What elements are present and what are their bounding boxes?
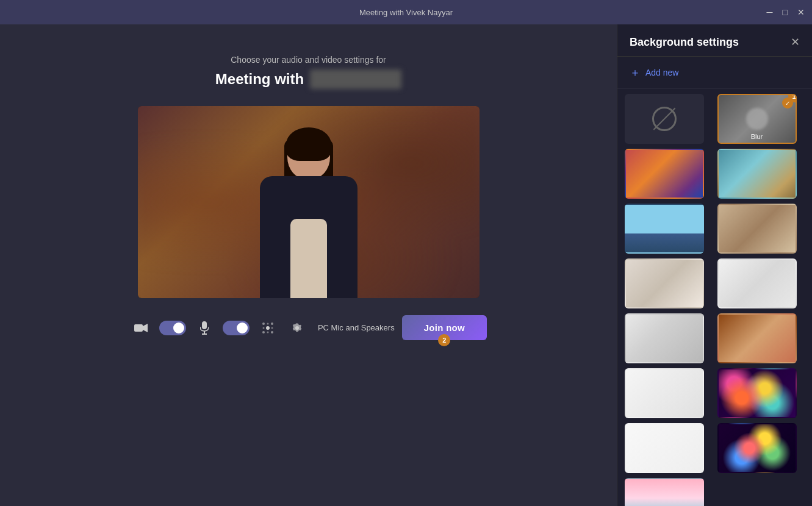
close-button[interactable]: ✕ (797, 8, 805, 16)
svg-point-8 (262, 331, 265, 333)
svg-point-5 (266, 326, 270, 330)
settings-icon[interactable] (286, 317, 308, 339)
person-figure (242, 121, 376, 298)
background-interior-1[interactable] (717, 204, 797, 254)
center-area: Choose your audio and video settings for… (0, 24, 617, 506)
mic-toggle[interactable] (223, 321, 250, 335)
svg-marker-1 (143, 324, 148, 332)
person-hair (286, 127, 331, 161)
background-lounge[interactable] (717, 313, 797, 363)
mic-toggle-knob (237, 322, 248, 333)
meeting-with-label: Meeting with (215, 71, 304, 88)
window-title: Meeting with Vivek Nayyar (359, 8, 453, 17)
svg-point-10 (262, 327, 264, 329)
blur-label: Blur (751, 133, 763, 140)
join-badge: 2 (438, 334, 450, 346)
add-icon: ＋ (630, 65, 641, 80)
panel-title: Background settings (630, 36, 739, 49)
panel-close-button[interactable]: ✕ (791, 35, 800, 49)
add-new-button[interactable]: ＋ Add new (617, 57, 812, 89)
add-new-label: Add new (645, 68, 678, 77)
background-none[interactable] (625, 94, 704, 144)
effects-icon[interactable] (257, 317, 279, 339)
controls-bar: PC Mic and Speakers Join now 2 (118, 309, 499, 346)
meeting-title-row: Meeting with (215, 69, 401, 89)
svg-rect-3 (204, 331, 205, 333)
background-colorful-1[interactable] (625, 149, 704, 199)
no-bg-icon (652, 107, 677, 131)
blur-preview-circle (746, 108, 768, 130)
svg-rect-2 (202, 321, 207, 329)
mic-icon[interactable] (193, 317, 215, 339)
background-balloons-2[interactable] (717, 423, 797, 473)
svg-point-6 (262, 322, 265, 325)
window-controls: ─ □ ✕ (767, 8, 805, 16)
background-balloons-1[interactable] (717, 368, 797, 418)
meeting-name-redacted (310, 69, 401, 89)
camera-icon[interactable] (130, 317, 152, 339)
main-layout: Choose your audio and video settings for… (0, 24, 812, 506)
minimize-button[interactable]: ─ (767, 8, 773, 16)
svg-rect-4 (202, 333, 207, 335)
join-button-container: Join now 2 (402, 315, 487, 340)
background-blur[interactable]: Blur ✓ 1 (717, 94, 797, 144)
background-plain-1[interactable] (625, 368, 704, 418)
audio-label: PC Mic and Speakers (318, 323, 395, 332)
panel-header: Background settings ✕ (617, 24, 812, 57)
svg-point-7 (271, 322, 273, 325)
choose-text: Choose your audio and video settings for (231, 55, 386, 65)
background-grid: Blur ✓ 1 (617, 89, 812, 506)
maximize-button[interactable]: □ (783, 8, 788, 16)
background-white-room[interactable] (625, 423, 704, 473)
person-shirt (290, 219, 327, 298)
video-toggle[interactable] (159, 321, 186, 335)
video-toggle-knob (173, 322, 184, 333)
svg-point-9 (271, 331, 273, 333)
svg-point-11 (271, 327, 273, 329)
title-bar: Meeting with Vivek Nayyar ─ □ ✕ (0, 0, 812, 24)
background-room-1[interactable] (625, 258, 704, 308)
svg-point-13 (267, 331, 268, 333)
background-bridge[interactable] (625, 478, 704, 506)
background-settings-panel: Background settings ✕ ＋ Add new Blur ✓ 1 (617, 24, 812, 506)
background-office-1[interactable] (717, 149, 797, 199)
background-room-2[interactable] (717, 258, 797, 308)
svg-rect-0 (134, 324, 143, 332)
background-bedroom[interactable] (625, 313, 704, 363)
svg-point-12 (267, 322, 268, 324)
background-skyline[interactable] (625, 204, 704, 254)
video-preview (138, 106, 480, 298)
